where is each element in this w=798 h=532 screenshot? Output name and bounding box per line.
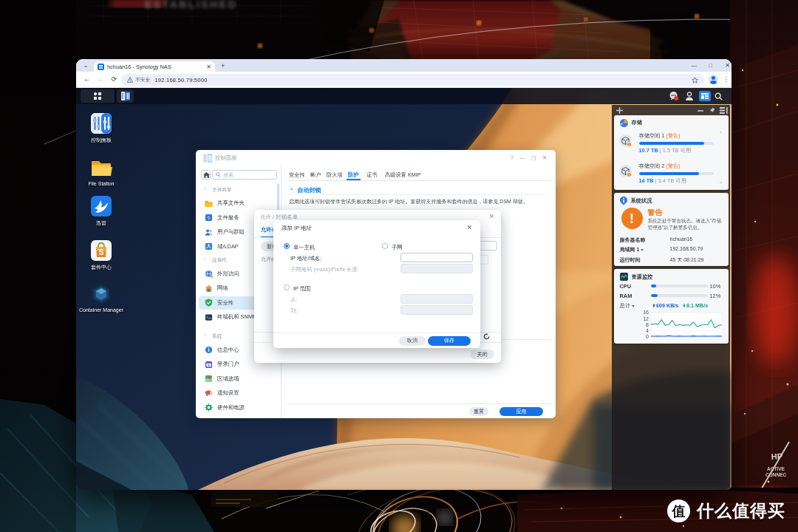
tab-advanced[interactable]: 高级设置 [385,171,406,179]
desktop-icon-xunlei[interactable]: 迅雷 [78,195,125,227]
sidebar-group-system[interactable]: ⌃系统 [203,333,222,340]
not-secure-label: 不安全 [135,76,150,83]
window-maximize-button[interactable]: □ [707,62,714,69]
ram-bar [651,294,708,297]
window-close-button[interactable]: ✕ [724,62,731,69]
radio-single-host-label[interactable]: 单一主机 [293,244,315,251]
home-button[interactable] [201,170,211,180]
network-total-label[interactable]: 总计 [620,302,635,310]
radio-subnet-label[interactable]: 子网 [392,244,403,251]
browser-menu-icon[interactable]: ⋮ [723,75,729,83]
package-center-icon: S [90,239,112,262]
tab-security[interactable]: 安全性 [289,171,305,179]
browser-profile-avatar[interactable] [709,75,718,84]
desktop-icon-control-panel[interactable]: 控制面板 [78,112,125,144]
server-name-value: hchuan16 [670,236,693,242]
radio-ip-range[interactable] [284,284,290,290]
sidebar-group-connectivity[interactable]: ⌃连接性 [203,257,227,264]
radio-subnet[interactable] [382,243,388,249]
widget-layout-icon[interactable] [720,107,728,114]
browser-window: ⌄ hchuan16 - Synology NAS ✕ + — □ ✕ ← → … [76,59,732,490]
bookmark-star-icon[interactable] [692,77,698,83]
volume2-usage-bar [639,172,714,175]
allow-block-close-icon[interactable]: ✕ [488,214,494,220]
sidebar-item-label: 共享文件夹 [217,200,245,207]
desktop-icon-label: Container Manager [78,307,125,313]
radio-ip-range-label[interactable]: IP 范围 [293,285,310,293]
lan-label[interactable]: 局域网 1 [620,246,644,253]
radio-single-host[interactable] [284,243,290,249]
auto-block-section-header[interactable]: ⌃自动封锁 [290,186,321,194]
tab-search-chevron-icon[interactable]: ⌄ [82,62,89,69]
search-icon[interactable] [715,90,724,102]
main-menu-button[interactable] [81,89,115,103]
minimize-button[interactable]: — [519,154,526,161]
add-widget-icon[interactable] [616,107,623,114]
browser-tab[interactable]: hchuan16 - Synology NAS ✕ [94,61,215,72]
storage-widget: 存储 ! 存储空间 1 (警告) ⌃ [614,115,729,190]
sidebar-group-file-sharing[interactable]: ⌃文件共享 [203,187,231,194]
to-input [400,305,473,315]
pin-widgets-icon[interactable] [709,107,715,114]
cpu-bar [651,284,708,287]
volume-used-text: 14 TB [639,177,654,184]
ip-address-input[interactable] [400,253,473,262]
to-label: 到: [290,307,297,315]
volume1-warning-badge: ! [627,142,632,147]
help-button[interactable]: ? [508,154,516,161]
backdrop-established-text: ESTABLISHED [145,0,237,10]
sidebar-item-hardware-power[interactable]: 硬件和电源 [199,401,279,415]
sidebar-item-notification-settings[interactable]: 通知设置 [199,386,279,400]
close-list-button[interactable]: 关闭 [470,349,494,359]
url-bar[interactable]: 不安全 192.168.50.79:5000 [121,74,704,86]
close-button[interactable]: ✕ [541,154,548,161]
svg-text:16: 16 [643,310,649,315]
tab-protection[interactable]: 防护 [348,171,358,179]
system-health-widget: 系统状况 ! 警告 系统正处于警告状态。请进入“存储管理器”以了解更多信息。 服… [614,193,729,266]
tab-certificate[interactable]: 证书 [366,171,377,179]
server-name-label: 服务器名称 [620,236,646,244]
widgets-toggle-button[interactable] [699,91,711,101]
tab-firewall[interactable]: 防火墙 [327,171,343,179]
taskbar-open-app-control-panel[interactable] [117,89,134,103]
volume1-collapse-icon[interactable]: ⌃ [719,131,723,137]
smzdm-brand-text: 什么值得买 [697,499,785,522]
tab-close-icon[interactable]: ✕ [206,64,211,70]
new-tab-button[interactable]: + [221,62,225,69]
reset-button[interactable]: 重置 [469,407,488,417]
refresh-icon[interactable] [483,333,490,340]
browser-titlebar: ⌄ hchuan16 - Synology NAS ✕ + — □ ✕ [76,59,732,72]
sidebar-item-shared-folder[interactable]: 共享文件夹 [199,197,279,210]
svg-text:0: 0 [646,334,649,339]
desktop-icon-package-center[interactable]: S 套件中心 [78,239,125,271]
search-input-icon [216,172,221,177]
cancel-button[interactable]: 取消 [399,336,426,346]
user-icon[interactable] [685,90,695,102]
maximize-button[interactable]: ❐ [530,155,537,162]
not-secure-warning-icon [127,77,133,83]
lan-value: 192.168.50.79 [670,246,703,251]
sidebar-search-input[interactable]: 搜索 [212,170,277,180]
desktop-icon-container-manager[interactable]: Container Manager [78,283,125,313]
sidebar-item-regional-options[interactable]: 区域选项 [199,372,279,386]
desktop-icon-file-station[interactable]: File Station [78,157,125,186]
storage-widget-title: 存储 [632,119,642,126]
apply-button[interactable]: 应用 [499,407,543,417]
upload-speed-text: 609 KB/s [656,302,678,309]
tab-account[interactable]: 帐户 [310,171,321,179]
collapse-widgets-icon[interactable] [698,108,703,114]
window-minimize-button[interactable]: — [691,62,698,69]
tab-kmip[interactable]: KMIP [408,171,421,178]
storage-expand-icon[interactable]: ⌄ [719,179,723,185]
forward-icon[interactable]: → [95,75,105,84]
back-icon[interactable]: ← [82,75,92,84]
cpu-percent: 10% [710,283,721,290]
backdrop-active-text: ACTIVE [767,466,785,471]
dialog-close-icon[interactable]: ✕ [466,225,472,231]
sidebar-item-label: 信息中心 [217,347,239,354]
download-speed: 8.1 MB/s [683,302,709,309]
notifications-icon[interactable] [669,90,681,102]
save-button[interactable]: 保存 [428,336,471,346]
control-panel-icon [90,112,112,134]
reload-icon[interactable]: ⟳ [109,75,119,84]
